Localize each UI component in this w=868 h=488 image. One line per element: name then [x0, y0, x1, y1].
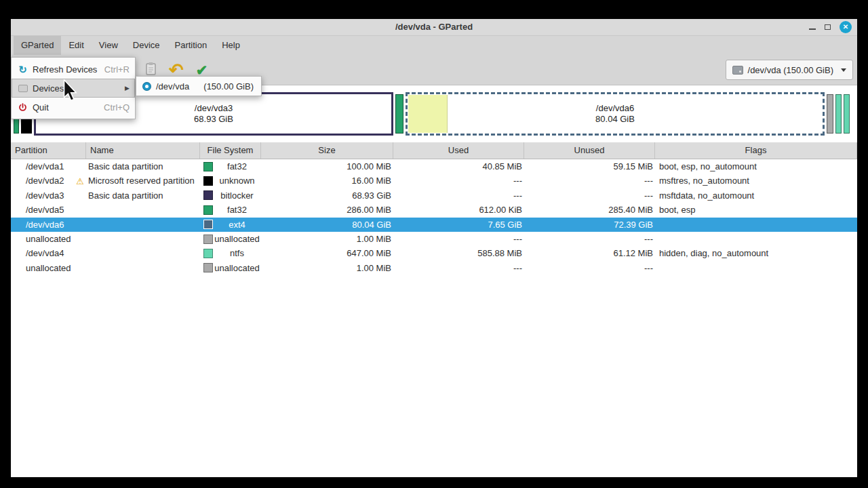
cell-partition: unallocated	[11, 261, 86, 275]
partition-bar-ntfs[interactable]	[844, 94, 850, 134]
cell-flags	[655, 261, 857, 275]
column-header-partition[interactable]: Partition	[11, 142, 86, 159]
cell-partition: /dev/vda2⚠	[11, 174, 86, 188]
menu-help[interactable]: Help	[214, 36, 248, 55]
menu-gparted[interactable]: GParted	[14, 36, 61, 55]
cell-filesystem: ntfs	[200, 246, 261, 260]
partition-box-/dev/vda6[interactable]: /dev/vda680.04 GiB	[406, 92, 825, 136]
filesystem-label: unknown	[213, 174, 261, 188]
submenu-item-dev-vda[interactable]: /dev/vda (150.00 GiB)	[136, 78, 261, 94]
cell-size: 647.00 MiB	[261, 246, 393, 260]
device-selector-label: /dev/vda (150.00 GiB)	[748, 65, 833, 75]
cell-used: 7.65 GiB	[393, 218, 524, 232]
partition-path: /dev/vda4	[26, 246, 64, 260]
cell-used: ---	[393, 232, 524, 246]
cell-used: 585.88 MiB	[393, 246, 524, 260]
cell-size: 80.04 GiB	[261, 218, 393, 232]
maximize-button[interactable]	[825, 24, 831, 30]
cell-name	[86, 218, 200, 232]
cell-flags	[655, 218, 857, 232]
filesystem-label: ntfs	[213, 246, 261, 260]
submenu-device-label: /dev/vda	[156, 81, 189, 92]
screen: { "window": { "title": "/dev/vda - GPart…	[0, 0, 868, 488]
cell-size: 1.00 MiB	[261, 232, 393, 246]
cell-size: 286.00 MiB	[261, 203, 393, 217]
chevron-down-icon	[841, 68, 846, 72]
cell-unused: ---	[524, 261, 655, 275]
cell-name: Basic data partition	[86, 159, 200, 174]
partition-path: /dev/vda5	[26, 203, 64, 217]
devices-submenu-panel: /dev/vda (150.00 GiB)	[136, 76, 262, 96]
devices-icon	[17, 85, 28, 92]
cell-unused: ---	[524, 232, 655, 246]
cell-partition: unallocated	[11, 232, 86, 246]
table-row[interactable]: unallocatedunallocated1.00 MiB------	[11, 261, 857, 275]
column-header-flags[interactable]: Flags	[655, 142, 857, 159]
column-header-name[interactable]: Name	[86, 142, 200, 159]
cell-size: 68.93 GiB	[261, 188, 393, 203]
warning-icon: ⚠	[76, 177, 84, 186]
filesystem-color-swatch	[203, 235, 213, 244]
partition-bar-unallocated[interactable]	[827, 94, 833, 134]
cell-filesystem: unallocated	[200, 261, 261, 275]
cell-unused: 59.15 MiB	[524, 159, 655, 174]
partition-bar-fat32[interactable]	[395, 94, 403, 134]
cell-partition: /dev/vda6	[11, 218, 86, 232]
filesystem-label: ext4	[213, 218, 261, 232]
partition-path: /dev/vda6	[26, 218, 64, 232]
table-row[interactable]: /dev/vda1Basic data partitionfat32100.00…	[11, 159, 857, 174]
table-row[interactable]: unallocatedunallocated1.00 MiB------	[11, 232, 857, 246]
table-header: Partition Name File System Size Used Unu…	[11, 142, 857, 159]
column-header-unused[interactable]: Unused	[524, 142, 655, 159]
cell-filesystem: fat32	[200, 203, 261, 217]
cell-used: ---	[393, 261, 524, 275]
device-selector[interactable]: /dev/vda (150.00 GiB)	[726, 60, 853, 80]
filesystem-color-swatch	[203, 190, 213, 200]
column-header-size[interactable]: Size	[261, 142, 393, 159]
drive-icon	[732, 66, 743, 75]
cell-unused: 285.40 MiB	[524, 203, 655, 217]
partition-box-label: /dev/vda3	[195, 103, 233, 114]
cell-size: 1.00 MiB	[261, 261, 393, 275]
table-row[interactable]: /dev/vda4ntfs647.00 MiB585.88 MiB61.12 M…	[11, 246, 857, 260]
close-button[interactable]: ✕	[840, 21, 852, 33]
table-row[interactable]: /dev/vda6ext480.04 GiB7.65 GiB72.39 GiB	[11, 218, 857, 232]
cell-filesystem: bitlocker	[200, 188, 261, 203]
menu-view[interactable]: View	[92, 36, 125, 55]
menu-item-label: Devices	[33, 83, 64, 94]
table-row[interactable]: /dev/vda3Basic data partitionbitlocker68…	[11, 188, 857, 203]
refresh-icon: ↻	[17, 64, 28, 75]
menu-device[interactable]: Device	[125, 36, 167, 55]
partition-path: unallocated	[26, 261, 71, 275]
cell-flags	[655, 232, 857, 246]
cell-used: 612.00 KiB	[393, 203, 524, 217]
cell-partition: /dev/vda1	[11, 159, 86, 174]
menu-partition[interactable]: Partition	[167, 36, 215, 55]
column-header-used[interactable]: Used	[393, 142, 524, 159]
window-title: /dev/vda - GParted	[11, 19, 857, 35]
cell-flags: msftdata, no_automount	[655, 188, 857, 203]
filesystem-color-swatch	[203, 220, 213, 229]
cell-partition: /dev/vda4	[11, 246, 86, 260]
menu-item-refresh-devices[interactable]: ↻ Refresh Devices Ctrl+R	[12, 60, 135, 79]
filesystem-label: fat32	[213, 203, 261, 217]
partition-box-label: /dev/vda6	[596, 103, 634, 114]
cell-used: ---	[393, 174, 524, 188]
filesystem-label: unallocated	[213, 232, 261, 246]
partition-path: unallocated	[26, 232, 71, 246]
titlebar: /dev/vda - GParted ✕	[11, 19, 857, 36]
partition-bar-ntfs[interactable]	[835, 94, 842, 134]
cell-name: Basic data partition	[86, 188, 200, 203]
cell-size: 100.00 MiB	[261, 159, 393, 174]
menu-edit[interactable]: Edit	[61, 36, 91, 55]
filesystem-label: bitlocker	[213, 188, 261, 203]
partition-path: /dev/vda2	[26, 174, 64, 188]
partition-path: /dev/vda1	[26, 159, 64, 174]
apply-icon[interactable]: ✔	[196, 63, 208, 77]
table-row[interactable]: /dev/vda5fat32286.00 MiB612.00 KiB285.40…	[11, 203, 857, 217]
minimize-button[interactable]	[809, 28, 816, 30]
column-header-filesystem[interactable]: File System	[200, 142, 261, 159]
submenu-device-size: (150.00 GiB)	[203, 81, 255, 92]
table-row[interactable]: /dev/vda2⚠Microsoft reserved partitionun…	[11, 174, 857, 188]
filesystem-label: unallocated	[213, 261, 261, 275]
